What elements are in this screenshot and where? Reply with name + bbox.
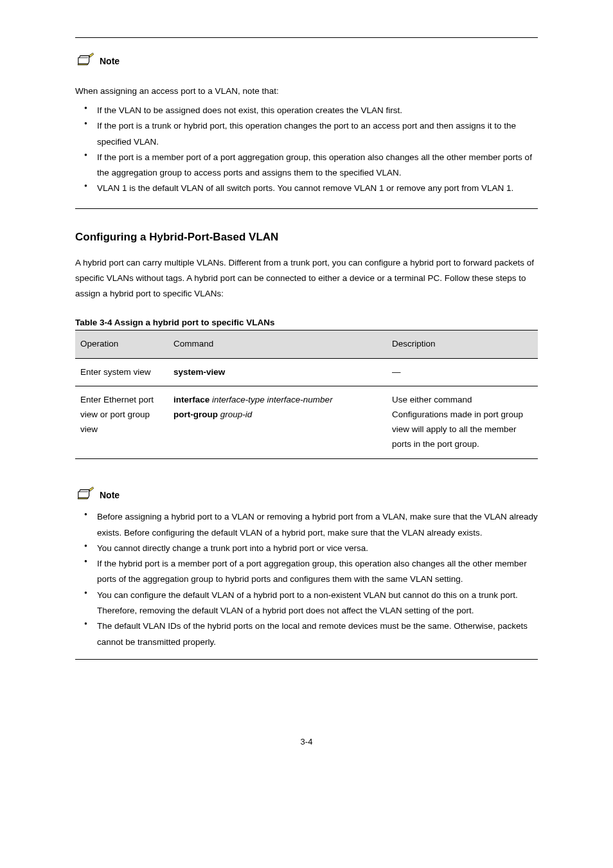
cell-description: — — [387, 358, 538, 386]
table-caption-label: Table 3-4 Assign a hybrid port to specif… — [75, 318, 275, 327]
cmd-arg: interface-type interface-number — [212, 395, 333, 404]
cell-desc-line: Configurations made in port group view w… — [392, 408, 533, 452]
cell-command: system-view — [168, 358, 387, 386]
table-caption: Table 3-4 Assign a hybrid port to specif… — [75, 318, 538, 327]
cmd-text: system-view — [173, 367, 225, 377]
cell-operation: Enter Ethernet port view or port group v… — [75, 386, 168, 459]
note1-item: If the port is a member port of a port a… — [97, 150, 538, 181]
note2-item: If the hybrid port is a member port of a… — [97, 556, 538, 588]
cell-description: Use either command Configurations made i… — [387, 386, 538, 459]
note-block-1: Note When assigning an access port to a … — [75, 52, 538, 209]
cmd-kw: port-group — [173, 410, 220, 419]
table-header-row: Operation Command Description — [75, 330, 538, 358]
table-header-description: Description — [387, 330, 538, 358]
page: Note When assigning an access port to a … — [0, 0, 613, 868]
note-label: Note — [100, 490, 120, 500]
cmd-kw: interface — [173, 395, 212, 404]
note1-end-rule — [75, 208, 538, 209]
note-icon — [75, 486, 96, 504]
note2-list: Before assigning a hybrid port to a VLAN… — [75, 509, 538, 650]
cell-command: interface interface-type interface-numbe… — [168, 386, 387, 459]
config-table: Operation Command Description Enter syst… — [75, 330, 538, 460]
top-rule — [75, 37, 538, 38]
note-heading: Note — [75, 486, 538, 504]
note2-item: The default VLAN IDs of the hybrid ports… — [97, 619, 538, 650]
note1-list: If the VLAN to be assigned does not exis… — [75, 103, 538, 197]
note2-item: Before assigning a hybrid port to a VLAN… — [97, 509, 538, 541]
note2-item: You cannot directly change a trunk port … — [97, 541, 538, 556]
note2-item: You can configure the default VLAN of a … — [97, 588, 538, 619]
table-header-operation: Operation — [75, 330, 168, 358]
table-header-command: Command — [168, 330, 387, 358]
cell-desc-line: Use either command — [392, 393, 533, 408]
page-number: 3-4 — [75, 737, 538, 746]
section-title: Configuring a Hybrid-Port-Based VLAN — [75, 231, 538, 244]
cmd-arg: group-id — [220, 410, 253, 419]
note1-item: If the VLAN to be assigned does not exis… — [97, 103, 538, 118]
table-row: Enter system view system-view — — [75, 358, 538, 386]
note1-intro: When assigning an access port to a VLAN,… — [75, 84, 538, 99]
note2-end-rule — [75, 659, 538, 660]
table-row: Enter Ethernet port view or port group v… — [75, 386, 538, 459]
note1-item: VLAN 1 is the default VLAN of all switch… — [97, 181, 538, 196]
note-heading: Note — [75, 52, 538, 70]
note1-item: If the port is a trunk or hybrid port, t… — [97, 118, 538, 150]
note-icon — [75, 52, 96, 70]
note-block-2: Note Before assigning a hybrid port to a… — [75, 486, 538, 660]
cell-operation: Enter system view — [75, 358, 168, 386]
section-body: A hybrid port can carry multiple VLANs. … — [75, 255, 538, 302]
note-label: Note — [100, 56, 120, 66]
